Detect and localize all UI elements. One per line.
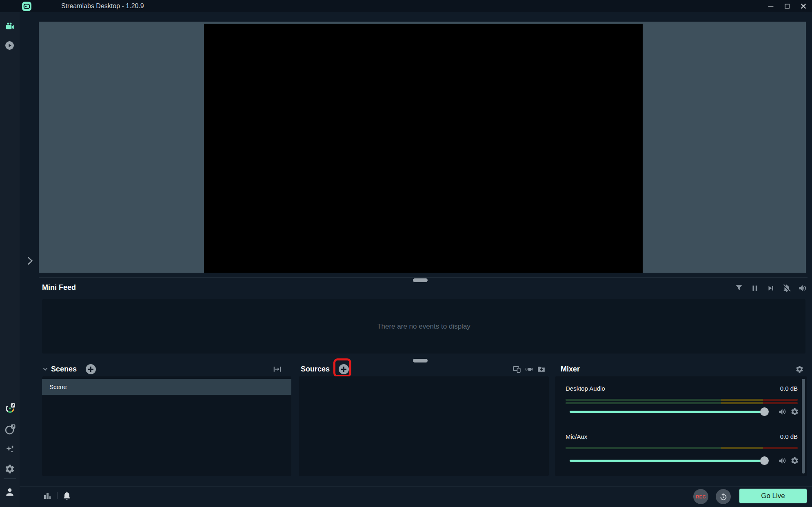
sidebar-item-help[interactable] [4, 424, 15, 435]
mixer-scrollbar[interactable] [802, 379, 805, 474]
add-scene-button[interactable] [86, 364, 96, 374]
sidebar-item-settings[interactable] [4, 464, 15, 474]
footer-separator [57, 492, 58, 499]
dashboard-icon [4, 403, 16, 414]
pause-icon[interactable] [750, 284, 759, 293]
sources-toolbar [512, 365, 546, 374]
mini-feed-toolbar [734, 284, 807, 293]
record-label: REC [696, 494, 706, 499]
mixer-channel-level: 0.0 dB [780, 433, 798, 440]
window-title: Streamlabs Desktop - 1.20.9 [61, 0, 144, 12]
resize-handle-top[interactable] [413, 278, 428, 282]
person-icon [4, 487, 15, 497]
sources-title: Sources [301, 365, 330, 374]
sparkles-icon [4, 444, 15, 455]
mixer-title: Mixer [561, 365, 580, 374]
scenes-title: Scenes [51, 365, 77, 374]
mini-feed-events-box: There are no events to display [42, 299, 805, 354]
chevron-right-icon [24, 256, 35, 266]
mute-toggle-icon[interactable] [778, 456, 787, 465]
dock-move-icon[interactable] [273, 365, 282, 374]
maximize-icon [783, 2, 791, 10]
replay-buffer-icon [719, 492, 728, 501]
sidebar-item-editor[interactable] [4, 22, 15, 32]
help-icon [4, 424, 16, 435]
add-source-button[interactable] [339, 364, 349, 374]
mixer-settings-gear-icon[interactable] [795, 365, 804, 374]
devices-icon[interactable] [512, 365, 521, 374]
mixer-header: Mixer [555, 361, 807, 377]
replay-buffer-button[interactable] [716, 489, 731, 504]
sidebar-item-highlighter[interactable] [4, 444, 15, 455]
volume-meter [566, 399, 798, 401]
editor-icon [4, 22, 15, 32]
go-live-button[interactable]: Go Live [739, 489, 807, 503]
divider-line-top [39, 277, 808, 278]
title-bar: Streamlabs Desktop - 1.20.9 [0, 0, 812, 12]
volume-slider[interactable] [570, 460, 765, 462]
scene-list-item[interactable]: Scene [42, 379, 291, 395]
sidebar-item-login[interactable] [4, 487, 15, 497]
sidebar-item-dashboard[interactable] [4, 403, 15, 414]
app-logo-icon [22, 2, 31, 11]
mixer-body: Desktop Audio 0.0 dB Mic/Aux 0.0 dB [555, 376, 807, 476]
stats-icon[interactable] [42, 491, 52, 500]
gear-icon [4, 464, 15, 474]
sidebar-item-themes[interactable] [4, 40, 15, 51]
sources-list [299, 376, 549, 476]
volume-slider-knob[interactable] [760, 407, 769, 416]
maximize-button[interactable] [779, 0, 795, 12]
mini-feed-title: Mini Feed [42, 283, 76, 292]
chevron-down-icon[interactable] [42, 366, 49, 372]
channel-settings-gear-icon[interactable] [790, 407, 799, 416]
filter-icon[interactable] [734, 284, 743, 293]
sidebar-divider [4, 478, 16, 479]
mini-feed-empty-message: There are no events to display [377, 322, 470, 331]
minimize-button[interactable] [763, 0, 779, 12]
scenes-list: Scene [42, 376, 291, 476]
notifications-bell-icon[interactable] [62, 491, 72, 500]
speaker-icon[interactable] [798, 284, 807, 293]
display-canvas[interactable] [204, 24, 643, 273]
close-button[interactable] [796, 0, 811, 12]
mute-notifications-icon[interactable] [782, 284, 791, 293]
editor-preview-area [39, 22, 806, 273]
streamlabs-desktop-window: Streamlabs Desktop - 1.20.9 Mini Feed Th… [0, 0, 812, 507]
footer-divider [20, 486, 812, 487]
volume-meter [566, 447, 798, 449]
mute-toggle-icon[interactable] [778, 407, 787, 416]
themes-icon [4, 40, 15, 51]
record-button[interactable]: REC [693, 489, 708, 504]
skip-icon[interactable] [766, 284, 775, 293]
channel-settings-gear-icon[interactable] [790, 456, 799, 465]
minimize-icon [766, 2, 775, 11]
add-folder-icon[interactable] [537, 365, 546, 374]
mixer-channel-name: Mic/Aux [566, 433, 587, 440]
mixer-channel-level: 0.0 dB [780, 385, 798, 392]
volume-slider[interactable] [570, 411, 765, 413]
sidebar [0, 12, 20, 507]
close-icon [799, 2, 808, 11]
scene-name: Scene [49, 383, 67, 390]
volume-meter [566, 402, 798, 404]
expand-sidebar-button[interactable] [24, 256, 35, 266]
studio-mode-icon[interactable] [525, 365, 533, 374]
scenes-header: Scenes [42, 361, 291, 377]
go-live-label: Go Live [761, 492, 785, 500]
sources-header: Sources [299, 361, 549, 377]
volume-slider-knob[interactable] [760, 456, 769, 465]
mixer-channel-name: Desktop Audio [566, 385, 605, 392]
